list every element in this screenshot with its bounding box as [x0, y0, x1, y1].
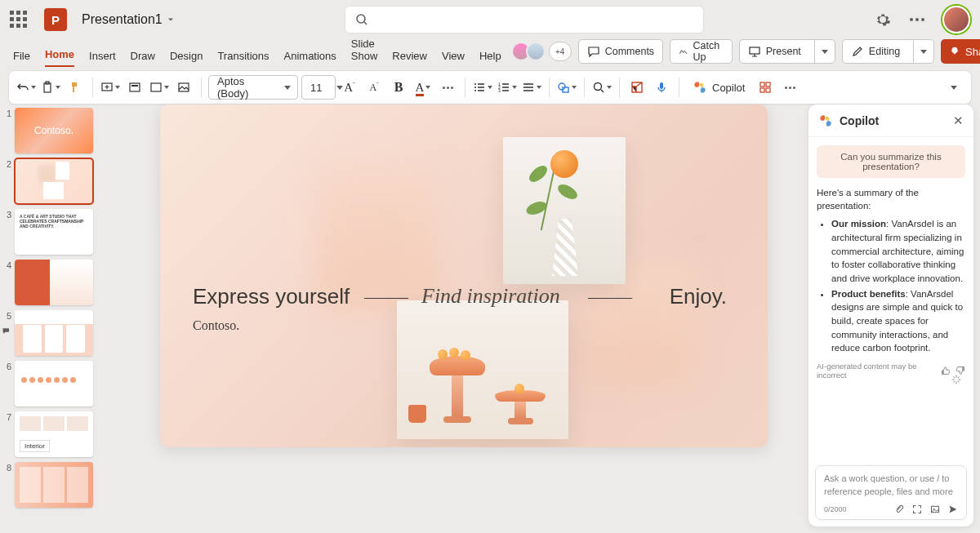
slide-thumbnail-5[interactable] [15, 310, 93, 356]
ribbon-toolbar: Aptos (Body) 11 Aˆ Aˇ B A 123 Copilot [8, 70, 972, 104]
svg-point-18 [595, 83, 602, 91]
document-title[interactable]: Presentation1 [82, 12, 176, 27]
slide-thumbnail-2[interactable] [15, 158, 93, 204]
ribbon-tabs: File Home Insert Draw Design Transitions… [0, 39, 980, 67]
app-launcher-icon[interactable] [10, 11, 28, 29]
present-icon [748, 45, 761, 58]
slide-thumbnail-panel: 1 Contoso. 2 3 A CAFÉ & ART STUDIO THAT … [0, 104, 109, 533]
svg-rect-22 [766, 82, 770, 87]
pencil-icon [851, 45, 864, 58]
tab-design[interactable]: Design [170, 50, 203, 67]
slide-text-enjoy: Enjoy. [670, 284, 727, 309]
svg-line-1 [364, 22, 367, 24]
tab-review[interactable]: Review [392, 50, 427, 67]
tab-transitions[interactable]: Transitions [217, 50, 269, 67]
section-button[interactable] [149, 75, 170, 100]
svg-rect-6 [130, 83, 140, 91]
thumbs-up-button[interactable] [941, 366, 951, 375]
shapes-button[interactable] [556, 75, 577, 100]
slide-text-brand: Contoso. [193, 318, 239, 333]
tab-insert[interactable]: Insert [89, 50, 116, 67]
tab-animations[interactable]: Animations [284, 50, 336, 67]
expand-button[interactable] [912, 504, 922, 514]
more-options-icon[interactable] [908, 11, 926, 29]
comment-icon [587, 45, 600, 58]
undo-button[interactable] [16, 75, 37, 100]
increase-font-button[interactable]: Aˆ [339, 75, 360, 100]
copilot-close-button[interactable]: ✕ [953, 113, 964, 128]
find-button[interactable] [591, 75, 612, 100]
svg-point-10 [474, 83, 476, 85]
grid-view-button[interactable] [755, 75, 776, 100]
slide-image-top [503, 137, 626, 284]
send-button[interactable] [948, 504, 958, 514]
svg-rect-9 [179, 83, 189, 91]
copilot-pane-title: Copilot [840, 114, 879, 127]
more-font-button[interactable] [437, 75, 458, 100]
settings-icon[interactable] [874, 11, 892, 29]
copilot-icon [693, 80, 707, 95]
presence-indicator[interactable]: +4 [516, 42, 572, 61]
numbering-button[interactable]: 123 [497, 75, 518, 100]
copilot-icon [818, 113, 833, 128]
editing-dropdown[interactable] [913, 40, 933, 63]
share-button[interactable]: Share [941, 39, 980, 64]
slide-thumbnail-4[interactable] [15, 260, 93, 305]
font-size-select[interactable]: 11 [301, 75, 336, 100]
copilot-suggestion-chip[interactable]: Can you summarize this presentation? [817, 145, 965, 178]
user-avatar[interactable] [942, 6, 970, 33]
decrease-font-button[interactable]: Aˇ [363, 75, 385, 100]
copilot-pane: Copilot ✕ Can you summarize this present… [808, 104, 973, 526]
svg-rect-21 [760, 82, 764, 87]
align-button[interactable] [521, 75, 542, 100]
slide-canvas-area: Express yourself Find inspiration Enjoy.… [109, 104, 802, 533]
copilot-ribbon-button[interactable]: Copilot [686, 75, 751, 100]
layout-button[interactable] [124, 75, 145, 100]
present-dropdown[interactable] [814, 40, 835, 63]
powerpoint-logo: P [44, 8, 67, 31]
title-bar: P Presentation1 [0, 0, 980, 39]
search-input[interactable] [345, 6, 704, 33]
copilot-input[interactable]: Ask a work question, or use / to referen… [815, 465, 967, 520]
svg-point-16 [559, 83, 565, 90]
slide-canvas[interactable]: Express yourself Find inspiration Enjoy.… [160, 104, 768, 447]
new-slide-button[interactable] [100, 75, 121, 100]
share-icon [949, 46, 960, 57]
slide-thumbnail-3[interactable]: A CAFÉ & ART STUDIO THAT CELEBRATES CRAF… [15, 209, 93, 255]
slide-thumbnail-8[interactable] [15, 462, 93, 508]
search-icon [355, 13, 368, 26]
copilot-sparkle-button[interactable] [951, 374, 962, 385]
slide-thumbnail-1[interactable]: Contoso. [15, 108, 93, 153]
attach-button[interactable] [894, 504, 904, 514]
slide-thumbnail-6[interactable] [15, 361, 93, 406]
bullets-button[interactable] [472, 75, 493, 100]
copilot-disclaimer: AI-generated content may be incorrect [817, 362, 934, 380]
picture-button[interactable] [173, 75, 194, 100]
tab-help[interactable]: Help [479, 50, 501, 67]
slide-image-bottom [397, 300, 568, 439]
font-name-select[interactable]: Aptos (Body) [208, 75, 298, 100]
dictate-button[interactable] [651, 75, 672, 100]
ribbon-collapse-button[interactable] [943, 75, 964, 100]
present-button[interactable]: Present [739, 39, 835, 64]
paste-button[interactable] [40, 75, 61, 100]
copilot-response-list: Our mission: VanArsdel is an architectur… [817, 217, 965, 355]
copilot-input-placeholder: Ask a work question, or use / to referen… [824, 473, 958, 498]
editing-mode-button[interactable]: Editing [842, 39, 934, 64]
tab-slideshow[interactable]: Slide Show [351, 38, 378, 67]
image-button[interactable] [930, 504, 940, 514]
slide-thumbnail-7[interactable]: Interior [15, 411, 93, 457]
catch-up-icon [679, 45, 688, 58]
tab-home[interactable]: Home [45, 48, 74, 67]
catch-up-button[interactable]: Catch Up [670, 39, 733, 64]
format-painter-button[interactable] [65, 75, 86, 100]
tab-draw[interactable]: Draw [131, 50, 155, 67]
designer-button[interactable] [626, 75, 648, 100]
bold-button[interactable]: B [388, 75, 409, 100]
font-color-button[interactable]: A [412, 75, 434, 100]
comments-button[interactable]: Comments [578, 39, 663, 64]
svg-rect-7 [131, 85, 138, 87]
tab-file[interactable]: File [13, 50, 30, 67]
tab-view[interactable]: View [442, 50, 465, 67]
more-ribbon-button[interactable] [779, 75, 800, 100]
